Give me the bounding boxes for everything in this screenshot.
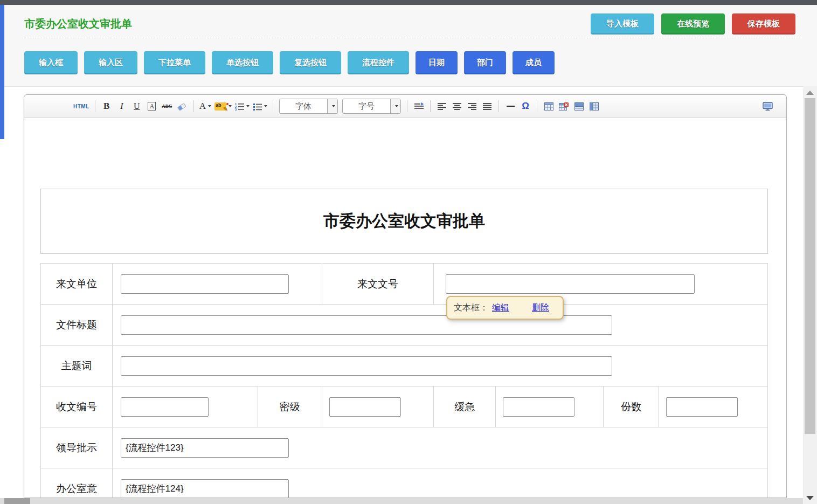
fullscreen-button[interactable] <box>761 99 773 113</box>
widget-tooltip: 文本框： 编辑 删除 <box>446 296 564 320</box>
horizontal-scrollbar[interactable] <box>0 498 803 504</box>
form-table: 来文单位 来文文号 文件标题 主题词 <box>40 263 768 498</box>
insert-table-button[interactable] <box>543 99 555 113</box>
input-area-widget-button[interactable]: 输入区 <box>84 51 137 74</box>
highlight-color-button[interactable]: ab✎ <box>214 99 232 113</box>
font-color-button[interactable]: A <box>199 99 211 113</box>
receipt-no-input[interactable] <box>121 397 209 417</box>
office-opinion-input[interactable] <box>121 479 289 498</box>
table-row: 领导批示 <box>41 427 768 468</box>
font-size-value: 字号 <box>343 99 390 113</box>
scroll-down-button[interactable] <box>806 496 814 500</box>
align-left-button[interactable] <box>436 99 448 113</box>
header: 市委办公室收文审批单 导入模板 在线预览 保存模板 输入框 输入区 下拉菜单 单… <box>4 5 817 87</box>
horizontal-rule-button[interactable] <box>504 99 516 113</box>
chevron-down-icon <box>208 105 211 107</box>
cell-urgency <box>496 386 604 427</box>
horizontal-rule-icon <box>507 106 515 107</box>
dropdown-menu-widget-button[interactable]: 下拉菜单 <box>144 51 205 74</box>
department-widget-button[interactable]: 部门 <box>464 51 506 74</box>
import-template-button[interactable]: 导入模板 <box>591 13 654 34</box>
save-template-button[interactable]: 保存模板 <box>732 13 795 34</box>
align-center-icon <box>453 102 461 110</box>
font-color-icon: A <box>199 101 206 112</box>
horizontal-scrollbar-thumb[interactable] <box>4 498 30 504</box>
field-label-receipt-no: 收文编号 <box>41 386 113 427</box>
cell-leader-note <box>113 427 768 468</box>
align-justify-icon <box>483 102 491 110</box>
special-char-button[interactable]: Ω <box>520 99 531 113</box>
strikethrough-button[interactable]: ABC <box>161 99 173 113</box>
source-unit-input[interactable] <box>121 274 289 294</box>
leader-note-input[interactable] <box>121 438 289 458</box>
toolbar-divider <box>430 100 431 112</box>
field-label-leader-note: 领导批示 <box>41 427 113 468</box>
field-label-source-unit: 来文单位 <box>41 264 113 305</box>
editor-canvas[interactable]: 市委办公室收文审批单 来文单位 来文文号 文件标题 <box>24 118 786 498</box>
font-size-dropdown-button[interactable] <box>390 99 400 113</box>
chevron-down-icon <box>395 105 398 107</box>
field-label-secrecy: 密级 <box>258 386 322 427</box>
font-family-dropdown-button[interactable] <box>327 99 337 113</box>
doc-number-input[interactable] <box>446 274 695 294</box>
cell-properties-button[interactable] <box>588 99 600 113</box>
table-row: 办公室意 <box>41 468 768 498</box>
align-justify-button[interactable] <box>481 99 493 113</box>
paragraph-indent-button[interactable] <box>413 99 425 113</box>
checkbox-widget-button[interactable]: 复选按钮 <box>280 51 341 74</box>
html-source-button[interactable]: HTML <box>73 99 89 113</box>
copies-input[interactable] <box>666 397 738 417</box>
page-title: 市委办公室收文审批单 <box>24 17 132 31</box>
form-title-box: 市委办公室收文审批单 <box>40 189 768 254</box>
align-right-button[interactable] <box>466 99 478 113</box>
ordered-list-button[interactable]: 1 2 3 <box>235 99 250 113</box>
input-box-widget-button[interactable]: 输入框 <box>24 51 78 74</box>
online-preview-button[interactable]: 在线预览 <box>661 13 725 34</box>
header-divider <box>24 38 801 38</box>
remove-format-button[interactable] <box>176 99 188 113</box>
align-left-icon <box>438 102 446 110</box>
scroll-up-button[interactable] <box>806 91 814 95</box>
urgency-input[interactable] <box>503 397 574 417</box>
underline-button[interactable]: U <box>131 99 143 113</box>
subject-input[interactable] <box>121 356 612 376</box>
chevron-down-icon <box>264 105 267 107</box>
vertical-scrollbar-thumb[interactable] <box>805 98 815 434</box>
font-size-select[interactable]: 字号 <box>342 99 401 114</box>
member-widget-button[interactable]: 成员 <box>513 51 555 74</box>
unordered-list-button[interactable] <box>253 99 267 113</box>
align-center-button[interactable] <box>451 99 463 113</box>
table-row: 文件标题 <box>41 305 768 346</box>
vertical-scrollbar[interactable] <box>803 86 817 504</box>
tooltip-delete-link[interactable]: 删除 <box>532 302 549 314</box>
toolbar-divider <box>498 100 499 112</box>
highlight-icon: ab✎ <box>214 102 226 111</box>
cell-office-opinion <box>113 468 768 498</box>
italic-button[interactable]: I <box>116 99 128 113</box>
char-border-button[interactable]: A <box>146 99 158 113</box>
cell-subject <box>113 346 768 386</box>
tooltip-edit-link[interactable]: 编辑 <box>492 302 509 314</box>
svg-text:3: 3 <box>235 108 237 111</box>
date-widget-button[interactable]: 日期 <box>416 51 458 74</box>
toolbar-divider <box>193 100 194 112</box>
chevron-down-icon <box>332 105 335 107</box>
chevron-down-icon <box>246 105 250 107</box>
font-family-select[interactable]: 字体 <box>279 99 338 114</box>
tooltip-label: 文本框： <box>454 302 488 314</box>
cell-properties-icon <box>590 102 599 111</box>
bold-button[interactable]: B <box>101 99 113 113</box>
align-right-icon <box>468 102 476 110</box>
insert-table-icon <box>544 102 553 111</box>
flow-control-widget-button[interactable]: 流程控件 <box>348 51 409 74</box>
radio-widget-button[interactable]: 单选按钮 <box>212 51 273 74</box>
table-row: 收文编号 密级 缓急 份数 <box>41 386 768 427</box>
table-properties-button[interactable] <box>573 99 585 113</box>
monitor-icon <box>763 102 773 111</box>
secrecy-input[interactable] <box>329 397 401 417</box>
field-label-doc-title: 文件标题 <box>41 305 113 346</box>
delete-table-button[interactable] <box>558 99 570 113</box>
chevron-down-icon <box>229 105 232 107</box>
cell-receipt-no <box>113 386 258 427</box>
toolbar-divider <box>537 100 537 112</box>
